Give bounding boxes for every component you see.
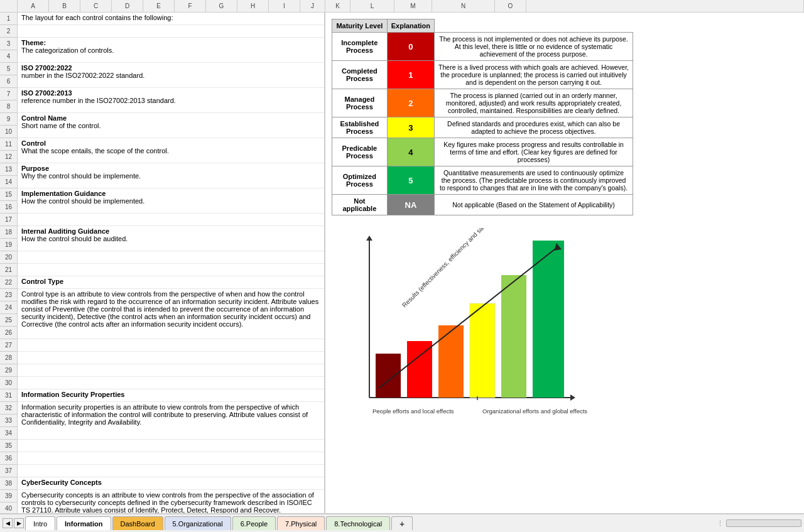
cell-row-20[interactable]: Information Security Properties xyxy=(18,389,324,402)
row-31[interactable]: 31 xyxy=(0,389,17,402)
cell-row-2[interactable] xyxy=(18,25,324,38)
row-18[interactable]: 18 xyxy=(0,226,17,239)
col-header-explanation: Explanation xyxy=(387,19,434,33)
column-headers: A B C D E F G H I J K L M N O xyxy=(0,0,804,13)
iso2013-label: ISO 27002:2013 xyxy=(21,89,320,97)
col-J[interactable]: J xyxy=(300,0,325,12)
row-29[interactable]: 29 xyxy=(0,364,17,377)
row-2[interactable]: 2 xyxy=(0,25,17,38)
cell-row-11[interactable]: Internal Auditing Guidance How the contr… xyxy=(18,226,324,251)
row-38[interactable]: 38 xyxy=(0,477,17,490)
row-39[interactable]: 39 xyxy=(0,490,17,502)
tab-nav-left[interactable]: ◀ xyxy=(3,518,13,528)
col-N[interactable]: N xyxy=(432,0,495,12)
row-16[interactable]: 16 xyxy=(0,201,17,214)
row-21[interactable]: 21 xyxy=(0,264,17,276)
row-13[interactable]: 13 xyxy=(0,163,17,176)
row-15[interactable]: 15 xyxy=(0,188,17,201)
row-33[interactable]: 33 xyxy=(0,415,17,427)
cell-row-16[interactable] xyxy=(18,339,324,352)
row-7[interactable]: 7 xyxy=(0,88,17,100)
row-11[interactable]: 11 xyxy=(0,138,17,151)
cell-row-9[interactable]: Implementation Guidance How the control … xyxy=(18,188,324,214)
row-14[interactable]: 14 xyxy=(0,176,17,188)
col-D[interactable]: D xyxy=(112,0,143,12)
row-22[interactable]: 22 xyxy=(0,276,17,289)
tab-information-label: Information xyxy=(65,520,103,528)
row-5[interactable]: 5 xyxy=(0,63,17,75)
col-H[interactable]: H xyxy=(237,0,269,12)
row-27[interactable]: 27 xyxy=(0,339,17,352)
cell-row-8[interactable]: Purpose Why the control should be implem… xyxy=(18,163,324,188)
cell-row-24[interactable] xyxy=(18,465,324,477)
col-G[interactable]: G xyxy=(206,0,237,12)
row-8[interactable]: 8 xyxy=(0,100,17,113)
tab-technological[interactable]: 8.Technological xyxy=(326,516,390,530)
cell-row-7[interactable]: Control What the scope entails, the scop… xyxy=(18,138,324,163)
row-3[interactable]: 3 xyxy=(0,38,17,50)
col-A[interactable]: A xyxy=(18,0,49,12)
row-34[interactable]: 34 xyxy=(0,427,17,440)
tab-physical[interactable]: 7.Physical xyxy=(277,516,325,530)
col-B[interactable]: B xyxy=(49,0,80,12)
cell-row-26[interactable]: Cybersecurity concepts is an attribute t… xyxy=(18,490,324,513)
cell-row-25[interactable]: CyberSecurity Concepts xyxy=(18,477,324,490)
cell-row-23[interactable] xyxy=(18,452,324,465)
row-40[interactable]: 40 xyxy=(0,502,17,513)
cell-row-5[interactable]: ISO 27002:2013 reference number in the I… xyxy=(18,88,324,113)
tab-options-icon[interactable]: ⋮ xyxy=(717,519,724,528)
col-O[interactable]: O xyxy=(495,0,526,12)
tab-people[interactable]: 6.People xyxy=(232,516,276,530)
level-name-2: Managed Process xyxy=(332,89,388,117)
cell-row-22[interactable] xyxy=(18,440,324,452)
row-30[interactable]: 30 xyxy=(0,377,17,389)
tab-organizational[interactable]: 5.Organizational xyxy=(165,516,231,530)
cell-row-12[interactable] xyxy=(18,251,324,264)
row-17[interactable]: 17 xyxy=(0,214,17,226)
col-E[interactable]: E xyxy=(143,0,175,12)
col-I[interactable]: I xyxy=(269,0,300,12)
tab-scroll-bar[interactable] xyxy=(726,519,801,527)
tab-nav-right[interactable]: ▶ xyxy=(14,518,24,528)
cell-row-6[interactable]: Control Name Short name of the control. xyxy=(18,113,324,138)
tab-intro[interactable]: Intro xyxy=(25,516,55,530)
row-36[interactable]: 36 xyxy=(0,452,17,465)
row-6[interactable]: 6 xyxy=(0,75,17,88)
col-L[interactable]: L xyxy=(350,0,394,12)
tab-add[interactable]: + xyxy=(391,516,413,530)
col-C[interactable]: C xyxy=(80,0,112,12)
col-M[interactable]: M xyxy=(394,0,432,12)
cell-row-1[interactable]: The layout for each control contains the… xyxy=(18,13,324,25)
cell-row-21[interactable]: Information security properties is an at… xyxy=(18,402,324,440)
row-32[interactable]: 32 xyxy=(0,402,17,415)
row-35[interactable]: 35 xyxy=(0,440,17,452)
cell-row-3[interactable]: Theme: The categorization of controls. xyxy=(18,38,324,63)
cell-row-4[interactable]: ISO 27002:2022 number in the ISO27002:20… xyxy=(18,63,324,88)
col-K[interactable]: K xyxy=(325,0,350,12)
row-10[interactable]: 10 xyxy=(0,126,17,138)
cell-row-14[interactable]: Control Type xyxy=(18,276,324,289)
cell-row-15[interactable]: Control type is an attribute to view con… xyxy=(18,289,324,339)
tab-information[interactable]: Information xyxy=(57,516,111,530)
row-26[interactable]: 26 xyxy=(0,327,17,339)
col-F[interactable]: F xyxy=(175,0,206,12)
cell-row-18[interactable] xyxy=(18,364,324,377)
row-4[interactable]: 4 xyxy=(0,50,17,63)
cell-row-19[interactable] xyxy=(18,377,324,389)
row-23[interactable]: 23 xyxy=(0,289,17,301)
tab-dashboard[interactable]: DashBoard xyxy=(112,516,163,530)
row-24[interactable]: 24 xyxy=(0,301,17,314)
row-25[interactable]: 25 xyxy=(0,314,17,327)
cell-row-10[interactable] xyxy=(18,214,324,226)
corner-cell xyxy=(0,0,18,12)
cell-row-13[interactable] xyxy=(18,264,324,276)
row-19[interactable]: 19 xyxy=(0,239,17,251)
row-12[interactable]: 12 xyxy=(0,151,17,163)
row-20[interactable]: 20 xyxy=(0,251,17,264)
row-9[interactable]: 9 xyxy=(0,113,17,126)
row-28[interactable]: 28 xyxy=(0,352,17,364)
row-37[interactable]: 37 xyxy=(0,465,17,477)
left-panel: The layout for each control contains the… xyxy=(18,13,325,513)
cell-row-17[interactable] xyxy=(18,352,324,364)
row-1[interactable]: 1 xyxy=(0,13,17,25)
